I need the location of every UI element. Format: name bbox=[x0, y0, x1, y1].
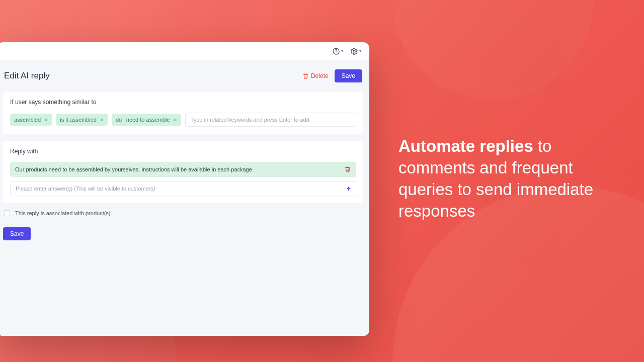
keyword-tag[interactable]: assembled ✕ bbox=[10, 114, 52, 126]
keywords-card: If user says something similar to assemb… bbox=[3, 92, 363, 134]
associate-label: This reply is associated with product(s) bbox=[15, 210, 111, 216]
help-button[interactable]: ▾ bbox=[332, 47, 343, 55]
settings-button[interactable]: ▾ bbox=[350, 47, 361, 55]
trash-icon bbox=[344, 166, 351, 173]
answer-input-row: + bbox=[10, 181, 356, 196]
trash-icon bbox=[302, 73, 309, 79]
svg-point-2 bbox=[353, 50, 355, 52]
delete-label: Delete bbox=[311, 72, 329, 79]
promo-bold: Automate replies bbox=[398, 137, 533, 155]
reply-title: Reply with bbox=[10, 148, 356, 155]
content-area: Edit AI reply Delete Save If user says s… bbox=[0, 60, 369, 336]
tag-remove-icon[interactable]: ✕ bbox=[100, 117, 104, 123]
add-answer-button[interactable]: + bbox=[347, 185, 351, 193]
keyword-tag[interactable]: do i need to assemble ✕ bbox=[112, 114, 181, 126]
associate-checkbox-row[interactable]: This reply is associated with product(s) bbox=[3, 210, 363, 216]
chevron-down-icon: ▾ bbox=[359, 49, 361, 53]
gear-icon bbox=[350, 47, 358, 55]
reply-answer-item: Our products need to be assembled by you… bbox=[10, 162, 356, 177]
delete-answer-button[interactable] bbox=[344, 166, 351, 173]
checkbox-icon bbox=[4, 210, 10, 216]
tag-label: do i need to assemble bbox=[116, 117, 170, 123]
reply-card: Reply with Our products need to be assem… bbox=[3, 141, 363, 203]
chevron-down-icon: ▾ bbox=[341, 49, 343, 53]
save-button-bottom[interactable]: Save bbox=[3, 227, 31, 240]
keywords-tag-row: assembled ✕ is it assembled ✕ do i need … bbox=[10, 113, 356, 127]
tag-remove-icon[interactable]: ✕ bbox=[44, 117, 48, 123]
keywords-title: If user says something similar to bbox=[10, 99, 356, 106]
keyword-input[interactable] bbox=[185, 113, 356, 127]
topbar: ▾ ▾ bbox=[0, 42, 369, 60]
answer-input[interactable] bbox=[16, 186, 347, 192]
tag-label: is it assembled bbox=[60, 117, 97, 123]
tag-label: assembled bbox=[14, 117, 41, 123]
reply-answer-text: Our products need to be assembled by you… bbox=[15, 166, 252, 172]
delete-button[interactable]: Delete bbox=[302, 72, 329, 79]
page-title: Edit AI reply bbox=[4, 71, 50, 81]
promo-text: Automate replies to comments and frequen… bbox=[398, 136, 600, 222]
help-icon bbox=[332, 47, 340, 55]
save-button-top[interactable]: Save bbox=[335, 69, 362, 82]
app-window: ▾ ▾ Edit AI reply Delete bbox=[0, 42, 369, 336]
svg-point-1 bbox=[336, 52, 336, 53]
keyword-tag[interactable]: is it assembled ✕ bbox=[56, 114, 108, 126]
tag-remove-icon[interactable]: ✕ bbox=[173, 117, 177, 123]
